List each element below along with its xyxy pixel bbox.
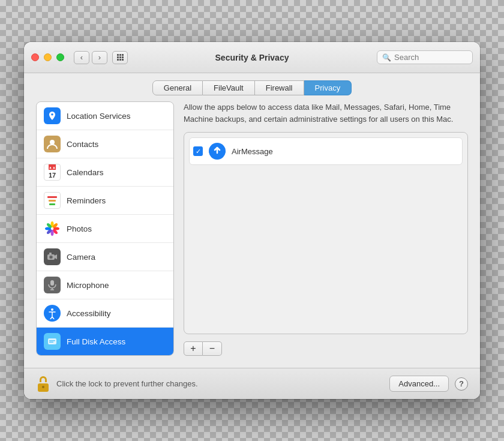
sidebar-item-label-reminders: Reminders [67,196,106,205]
sidebar-item-calendars[interactable]: ▲▲ 17 Calendars [37,158,173,187]
nav-buttons: ‹ › [74,51,107,64]
svg-point-18 [51,308,53,311]
accessibility-icon [44,305,61,322]
app-icon [209,143,226,160]
checkmark-icon: ✓ [196,148,201,155]
advanced-button[interactable]: Advanced... [389,376,449,392]
calendars-icon: ▲▲ 17 [44,164,61,181]
sidebar-item-label-contacts: Contacts [67,140,98,149]
apps-list: ✓ AirMessage [184,132,468,334]
sidebar-item-label-calendars: Calendars [67,168,104,177]
tab-filevault[interactable]: FileVault [203,80,255,95]
titlebar: ‹ › Security & Privacy 🔍 [24,42,480,73]
sidebar-item-label-camera: Camera [67,253,95,262]
remove-button[interactable]: − [203,341,222,356]
sidebar: Location Services Contacts ▲▲ 17 Calenda… [36,101,174,356]
svg-rect-19 [48,338,56,344]
svg-point-12 [50,256,52,258]
tab-firewall[interactable]: Firewall [255,80,304,95]
description-text: Allow the apps below to access data like… [184,101,468,125]
search-icon: 🔍 [382,53,391,62]
sidebar-item-contacts[interactable]: Contacts [37,130,173,158]
traffic-lights [31,53,64,61]
grid-icon [117,54,124,61]
sidebar-item-fulldisk[interactable]: Full Disk Access [37,328,173,355]
lock-button[interactable] [36,376,50,392]
lock-keyhole-icon [42,386,44,388]
location-icon [44,107,61,124]
window-title: Security & Privacy [215,53,289,62]
minimize-button[interactable] [44,53,52,61]
photos-icon [44,220,61,237]
close-button[interactable] [31,53,39,61]
tab-privacy[interactable]: Privacy [304,80,352,95]
contacts-icon [44,136,61,152]
grid-button[interactable] [112,51,128,64]
content: Location Services Contacts ▲▲ 17 Calenda… [24,101,480,368]
right-panel: Allow the apps below to access data like… [184,101,468,356]
maximize-button[interactable] [56,53,64,61]
add-button[interactable]: + [184,341,203,356]
app-checkbox[interactable]: ✓ [193,146,203,156]
sidebar-item-microphone[interactable]: Microphone [37,271,173,299]
sidebar-item-label-microphone: Microphone [67,281,109,290]
search-input[interactable] [394,53,467,62]
sidebar-item-label-accessibility: Accessibility [67,309,111,318]
tabs-bar: General FileVault Firewall Privacy [24,73,480,101]
window: ‹ › Security & Privacy 🔍 General FileVau… [24,42,480,399]
svg-point-0 [50,140,55,145]
forward-button[interactable]: › [92,51,107,64]
search-box[interactable]: 🔍 [377,50,473,64]
list-item: ✓ AirMessage [189,137,463,165]
sidebar-item-location[interactable]: Location Services [37,102,173,130]
camera-icon [44,248,61,265]
sidebar-item-photos[interactable]: Photos [37,215,173,243]
sidebar-item-label-photos: Photos [67,224,92,233]
svg-rect-14 [49,253,52,254]
footer: Click the lock to prevent further change… [24,368,480,399]
svg-rect-15 [50,280,54,286]
sidebar-item-accessibility[interactable]: Accessibility [37,299,173,328]
footer-lock-text: Click the lock to prevent further change… [56,379,383,388]
svg-rect-20 [49,340,55,341]
fulldisk-icon [44,333,61,350]
lock-shackle [40,376,47,382]
svg-marker-13 [55,254,57,259]
svg-rect-21 [49,342,53,343]
sidebar-item-reminders[interactable]: Reminders [37,187,173,215]
tab-general[interactable]: General [152,80,203,95]
list-controls: + − [184,341,468,356]
back-button[interactable]: ‹ [74,51,89,64]
microphone-icon [44,277,61,293]
sidebar-item-camera[interactable]: Camera [37,243,173,271]
sidebar-item-label-fulldisk: Full Disk Access [67,337,125,346]
sidebar-item-label-location: Location Services [67,112,131,121]
reminders-icon [44,192,61,209]
lock-body [38,383,49,392]
help-button[interactable]: ? [455,377,468,391]
chevron-left-icon: ‹ [80,53,83,62]
app-name: AirMessage [232,147,273,156]
chevron-right-icon: › [98,53,101,62]
